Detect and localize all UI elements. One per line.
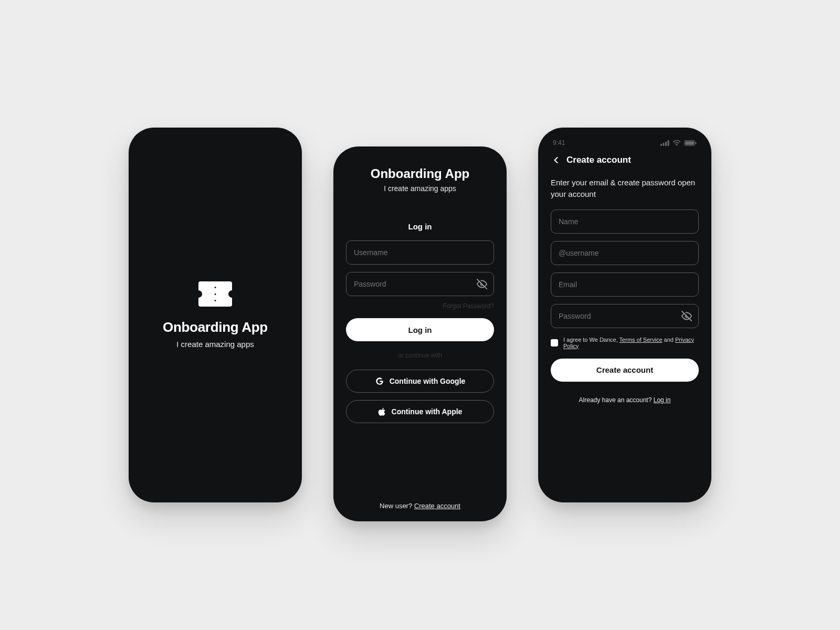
create-account-link[interactable]: Create account	[414, 502, 460, 510]
page-title: Create account	[566, 155, 631, 165]
new-user-prompt: New user?	[380, 502, 414, 510]
splash-screen: Onboarding App I create amazing apps	[129, 128, 302, 502]
apple-icon	[378, 407, 386, 416]
wifi-icon	[673, 140, 681, 146]
name-input[interactable]	[559, 217, 691, 226]
page-description: Enter your email & create password open …	[551, 177, 699, 200]
create-account-button[interactable]: Create account	[551, 359, 699, 382]
email-field[interactable]	[551, 272, 699, 297]
continue-google-button[interactable]: Continue with Google	[346, 370, 494, 393]
svg-rect-2	[663, 143, 665, 146]
svg-rect-4	[668, 140, 669, 146]
agree-mid: and	[663, 337, 675, 343]
back-icon[interactable]	[551, 155, 561, 165]
app-subtitle: I create amazing apps	[176, 340, 254, 349]
svg-point-5	[676, 145, 677, 146]
password-input[interactable]	[354, 280, 486, 288]
continue-google-label: Continue with Google	[390, 377, 466, 385]
username-input[interactable]	[354, 248, 486, 257]
forgot-password-link[interactable]: Forgot Password?	[346, 302, 494, 310]
username-input[interactable]	[559, 249, 691, 257]
email-input[interactable]	[559, 280, 691, 289]
agree-prefix: I agree to We Dance,	[563, 337, 620, 343]
username-field[interactable]	[551, 241, 699, 265]
svg-rect-1	[660, 144, 662, 146]
eye-off-icon[interactable]	[681, 311, 692, 321]
continue-divider: or continue with	[398, 352, 442, 359]
password-field[interactable]	[346, 272, 494, 296]
agree-row: I agree to We Dance, Terms of Service an…	[551, 337, 699, 349]
terms-link[interactable]: Terms of Service	[620, 337, 663, 343]
continue-apple-label: Continue with Apple	[392, 407, 463, 416]
agree-checkbox[interactable]	[551, 339, 558, 346]
new-user-footer: New user? Create account	[333, 502, 507, 510]
status-bar: 9:41	[551, 137, 699, 152]
create-account-screen: 9:41 Create account Enter your email & c…	[538, 128, 711, 502]
svg-rect-7	[685, 141, 694, 145]
eye-off-icon[interactable]	[477, 279, 487, 289]
login-link[interactable]: Log in	[654, 396, 671, 404]
battery-icon	[684, 140, 697, 146]
signal-icon	[660, 140, 669, 146]
name-field[interactable]	[551, 209, 699, 234]
continue-apple-button[interactable]: Continue with Apple	[346, 400, 494, 423]
login-button[interactable]: Log in	[346, 318, 494, 341]
app-title: Onboarding App	[163, 319, 268, 335]
login-screen: Onboarding App I create amazing apps Log…	[333, 146, 507, 521]
password-field[interactable]	[551, 304, 699, 328]
username-field[interactable]	[346, 240, 494, 265]
svg-rect-8	[696, 142, 697, 144]
app-title: Onboarding App	[371, 166, 469, 181]
already-footer: Already have an account? Log in	[551, 396, 699, 404]
ticket-icon	[198, 281, 232, 307]
status-time: 9:41	[553, 139, 565, 146]
google-icon	[375, 376, 384, 386]
app-subtitle: I create amazing apps	[384, 184, 456, 193]
already-prompt: Already have an account?	[579, 396, 654, 404]
login-section-label: Log in	[408, 222, 432, 231]
password-input[interactable]	[559, 312, 691, 320]
svg-rect-3	[665, 142, 667, 146]
